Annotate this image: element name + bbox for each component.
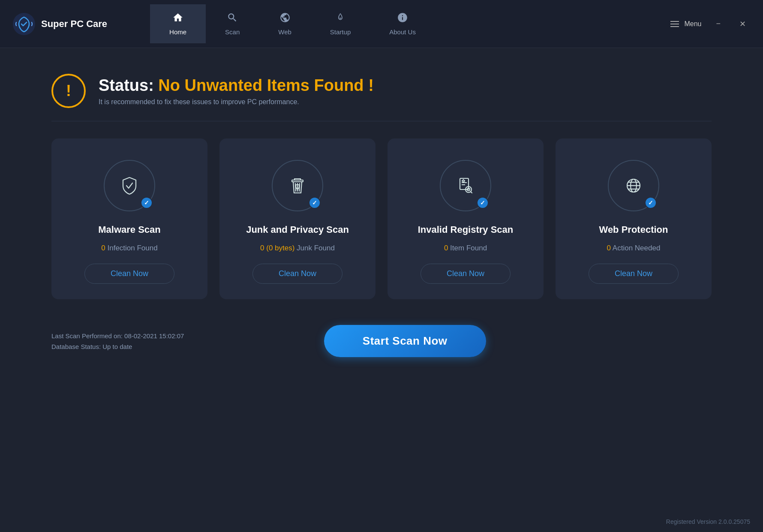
malware-card-stat: 0 Infection Found — [101, 244, 157, 252]
registry-check-badge — [477, 197, 489, 209]
minimize-button[interactable]: − — [712, 17, 725, 31]
bottom-section: Last Scan Performed on: 08-02-2021 15:02… — [51, 325, 712, 357]
status-subtitle: It is recommended to fix these issues to… — [99, 98, 374, 106]
registry-icon-wrap — [440, 160, 491, 211]
nav-label-startup: Startup — [330, 28, 351, 36]
web-prot-clean-button[interactable]: Clean Now — [589, 264, 679, 284]
malware-stat-value: 0 — [101, 244, 105, 252]
status-section: ! Status: No Unwanted Items Found ! It i… — [51, 74, 712, 108]
web-prot-stat-label: Action Needed — [611, 244, 660, 252]
nav-item-startup[interactable]: Startup — [311, 4, 370, 43]
about-icon — [397, 12, 408, 26]
app-logo-icon — [13, 13, 35, 35]
nav-label-web: Web — [278, 28, 291, 36]
logo-area: Super PC Care — [13, 13, 107, 35]
svg-rect-1 — [292, 180, 303, 182]
status-text-area: Status: No Unwanted Items Found ! It is … — [99, 76, 374, 106]
card-registry: Invalid Registry Scan 0 Item Found Clean… — [388, 138, 544, 299]
web-protection-icon — [622, 174, 645, 197]
last-scan-line: Last Scan Performed on: 08-02-2021 15:02… — [51, 332, 184, 340]
web-prot-stat-value: 0 — [607, 244, 611, 252]
nav-label-scan: Scan — [225, 28, 240, 36]
malware-clean-button[interactable]: Clean Now — [84, 264, 174, 284]
svg-line-8 — [471, 192, 472, 193]
junk-clean-button[interactable]: Clean Now — [252, 264, 342, 284]
malware-icon-wrap — [104, 160, 155, 211]
hamburger-icon — [670, 21, 679, 27]
status-title-highlight: No Unwanted Items Found ! — [158, 76, 373, 94]
malware-stat-label: Infection Found — [105, 244, 158, 252]
db-status-line: Database Status: Up to date — [51, 343, 184, 350]
scan-icon — [227, 12, 238, 26]
web-prot-check-badge — [645, 197, 657, 209]
malware-card-title: Malware Scan — [98, 224, 161, 235]
startup-icon — [335, 12, 346, 26]
cards-row: Malware Scan 0 Infection Found Clean Now — [51, 138, 712, 299]
titlebar: Super PC Care Home Scan Web — [0, 0, 763, 48]
junk-icon-wrap — [272, 160, 323, 211]
junk-scan-icon — [286, 174, 309, 197]
registry-stat-value: 0 — [444, 244, 448, 252]
nav-item-about[interactable]: About Us — [370, 4, 435, 43]
junk-card-stat: 0 (0 bytes) Junk Found — [260, 244, 335, 252]
registry-scan-icon — [454, 174, 477, 197]
titlebar-right: Menu − ✕ — [670, 17, 750, 31]
nav-item-scan[interactable]: Scan — [206, 4, 259, 43]
junk-stat-label: Junk Found — [294, 244, 335, 252]
status-exclamation-icon: ! — [66, 82, 71, 100]
web-prot-card-title: Web Protection — [599, 224, 668, 235]
start-scan-button[interactable]: Start Scan Now — [324, 325, 486, 357]
nav-label-about: About Us — [389, 28, 416, 36]
junk-stat-value: 0 (0 bytes) — [260, 244, 294, 252]
malware-scan-icon — [118, 174, 141, 197]
registry-card-stat: 0 Item Found — [444, 244, 487, 252]
app-name: Super PC Care — [41, 18, 107, 30]
junk-check-badge — [309, 197, 321, 209]
card-web-protection: Web Protection 0 Action Needed Clean Now — [556, 138, 712, 299]
menu-label: Menu — [684, 20, 701, 28]
web-icon — [279, 12, 291, 26]
home-icon — [172, 12, 183, 26]
nav-item-home[interactable]: Home — [150, 4, 206, 43]
status-title-prefix: Status: — [99, 76, 158, 94]
version-footer: Registered Version 2.0.0.25075 — [666, 518, 750, 525]
main-content: ! Status: No Unwanted Items Found ! It i… — [0, 48, 763, 374]
status-icon-circle: ! — [51, 74, 86, 108]
nav-label-home: Home — [169, 28, 186, 36]
web-prot-card-stat: 0 Action Needed — [607, 244, 661, 252]
registry-card-title: Invalid Registry Scan — [418, 224, 514, 235]
menu-button[interactable]: Menu — [670, 20, 701, 28]
card-malware: Malware Scan 0 Infection Found Clean Now — [51, 138, 207, 299]
card-junk: Junk and Privacy Scan 0 (0 bytes) Junk F… — [219, 138, 375, 299]
registry-stat-label: Item Found — [448, 244, 487, 252]
section-divider — [51, 121, 712, 121]
scan-info: Last Scan Performed on: 08-02-2021 15:02… — [51, 332, 184, 350]
junk-card-title: Junk and Privacy Scan — [246, 224, 349, 235]
nav-item-web[interactable]: Web — [259, 4, 311, 43]
web-prot-icon-wrap — [608, 160, 659, 211]
status-title: Status: No Unwanted Items Found ! — [99, 76, 374, 95]
nav-area: Home Scan Web Startup Ab — [150, 4, 435, 43]
registry-clean-button[interactable]: Clean Now — [421, 264, 511, 284]
close-button[interactable]: ✕ — [735, 17, 750, 31]
malware-check-badge — [141, 197, 153, 209]
